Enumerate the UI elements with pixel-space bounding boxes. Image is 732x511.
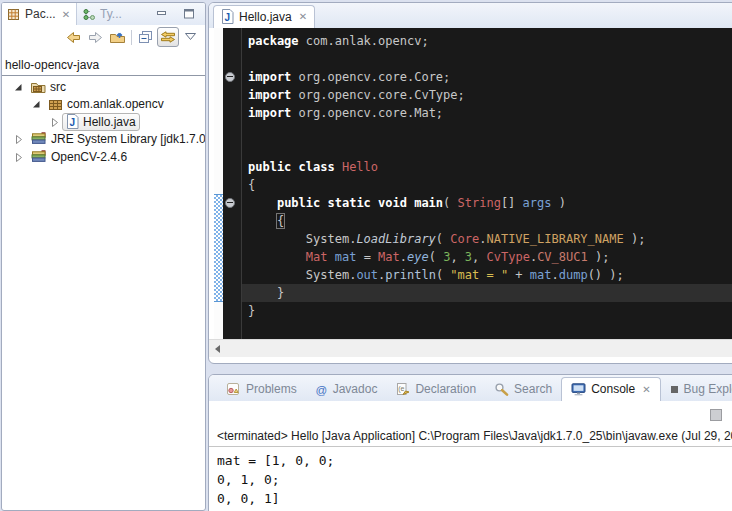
tree-item-label: com.anlak.opencv xyxy=(67,97,164,111)
code-token: Mat xyxy=(306,250,328,264)
console-output[interactable]: mat = [1, 0, 0; 0, 1, 0; 0, 0, 1] xyxy=(209,447,732,511)
code-line: System.LoadLibrary( Core.NATIVE_LIBRARY_… xyxy=(248,230,732,248)
collapsed-arrow-icon[interactable] xyxy=(12,151,25,163)
forward-button[interactable] xyxy=(84,27,106,47)
code-token: { xyxy=(277,214,284,228)
code-line: package com.anlak.opencv; xyxy=(248,32,732,50)
code-token: Mat xyxy=(378,250,400,264)
tab-label: Javadoc xyxy=(333,382,378,396)
minimize-button[interactable] xyxy=(151,4,173,24)
go-into-button[interactable] xyxy=(106,27,128,47)
tab-hello-java[interactable]: J Hello.java ✕ xyxy=(213,5,315,28)
source-folder-icon xyxy=(30,80,46,94)
collapsed-arrow-icon[interactable] xyxy=(48,116,61,128)
terminate-button[interactable] xyxy=(710,409,722,421)
code-token: org.opencv.core.CvType; xyxy=(291,88,464,102)
code-token: ); xyxy=(588,250,610,264)
tree-item-hello-java[interactable]: JHello.java xyxy=(2,113,205,131)
close-icon[interactable]: ✕ xyxy=(299,11,307,22)
code-token: com.anlak.opencv; xyxy=(299,34,429,48)
code-token: [] xyxy=(501,196,523,210)
fold-collapse-icon[interactable] xyxy=(225,72,235,82)
tab-type-hierarchy[interactable]: Ty... xyxy=(77,3,128,25)
tree-item-label: Hello.java xyxy=(83,115,136,129)
svg-text:(e: (e xyxy=(399,385,405,393)
horizontal-scrollbar[interactable] xyxy=(209,339,732,357)
console-status-line: <terminated> Hello [Java Application] C:… xyxy=(209,429,732,447)
tree-item-jre-system-library-jdk1-7-0[interactable]: JRE System Library [jdk1.7.0 xyxy=(2,131,205,149)
method-range-indicator xyxy=(214,194,223,302)
expanded-arrow-icon[interactable] xyxy=(30,98,43,110)
annotation-ruler[interactable] xyxy=(214,28,223,339)
link-with-editor-button[interactable] xyxy=(157,27,179,47)
svg-text:J: J xyxy=(225,12,231,23)
code-token: } xyxy=(248,304,255,318)
close-icon[interactable]: ✕ xyxy=(62,9,70,20)
console-tab-bar: Problems@Javadoc(eDeclarationSearchConso… xyxy=(209,375,732,401)
eclipse-workbench: Pac... ✕ Ty... hello-opencv-java srcco xyxy=(0,0,732,511)
maximize-button[interactable] xyxy=(178,4,200,24)
code-token: ); xyxy=(624,232,646,246)
tree-item-label: OpenCV-2.4.6 xyxy=(51,150,127,164)
scroll-left-button[interactable] xyxy=(209,340,225,357)
code-token xyxy=(248,250,306,264)
tab-declaration[interactable]: (eDeclaration xyxy=(386,378,485,401)
fold-collapse-icon[interactable] xyxy=(225,198,235,208)
tab-javadoc[interactable]: @Javadoc xyxy=(306,378,387,401)
code-token: println xyxy=(385,268,436,282)
code-token: ( xyxy=(443,196,457,210)
code-token: = xyxy=(356,250,378,264)
tab-bug-explorer[interactable]: Bug Explorer xyxy=(661,378,732,401)
code-token: package xyxy=(248,34,299,48)
collapse-all-button[interactable] xyxy=(135,27,157,47)
tab-label: Ty... xyxy=(100,7,122,21)
library-icon xyxy=(30,150,47,164)
code-token: NATIVE_LIBRARY_NAME xyxy=(486,232,623,246)
console-output-line: 0, 0, 1] xyxy=(217,489,728,508)
tab-package-explorer[interactable]: Pac... ✕ xyxy=(2,3,77,25)
tab-console[interactable]: Console✕ xyxy=(561,377,660,401)
back-button[interactable] xyxy=(62,27,84,47)
editor-tab-bar: J Hello.java ✕ xyxy=(209,3,732,28)
code-token: eye xyxy=(407,250,429,264)
code-line: import org.opencv.core.CvType; xyxy=(248,86,732,104)
code-token: Hello xyxy=(342,160,378,174)
code-token: mat xyxy=(335,250,357,264)
tree-entry: OpenCV-2.4.6 xyxy=(26,148,131,166)
code-token: () ); xyxy=(588,268,624,282)
console-icon xyxy=(571,383,586,396)
view-window-buttons xyxy=(151,3,205,25)
code-token: String xyxy=(458,196,501,210)
tab-search[interactable]: Search xyxy=(485,378,561,401)
fold-ruler[interactable] xyxy=(223,28,242,339)
code-token: import xyxy=(248,106,291,120)
code-token: org.opencv.core.Mat; xyxy=(291,106,443,120)
package-explorer-view: Pac... ✕ Ty... hello-opencv-java srcco xyxy=(1,2,206,511)
project-root[interactable]: hello-opencv-java xyxy=(2,57,205,76)
code-token: public class xyxy=(248,160,342,174)
collapsed-arrow-icon[interactable] xyxy=(12,133,25,145)
code-token: LoadLibrary xyxy=(356,232,435,246)
package-explorer-toolbar xyxy=(2,25,205,49)
code-area[interactable]: package com.anlak.opencv;import org.open… xyxy=(242,28,732,339)
bug-icon xyxy=(670,385,679,394)
code-line: public static void main( String[] args ) xyxy=(248,194,732,212)
tree-item-com-anlak-opencv[interactable]: com.anlak.opencv xyxy=(2,96,205,114)
tree-entry: JHello.java xyxy=(62,113,140,131)
tab-label: Pac... xyxy=(25,7,56,21)
tree-item-opencv-2-4-6[interactable]: OpenCV-2.4.6 xyxy=(2,148,205,166)
expanded-arrow-icon[interactable] xyxy=(12,81,25,93)
code-token: CvType xyxy=(487,250,530,264)
tab-label: Search xyxy=(514,382,552,396)
view-menu-button[interactable] xyxy=(179,27,201,47)
code-token: . xyxy=(552,268,559,282)
tree-item-src[interactable]: src xyxy=(2,78,205,96)
tree-item-label: JRE System Library [jdk1.7.0 xyxy=(51,132,206,146)
close-icon[interactable]: ✕ xyxy=(642,384,650,395)
declaration-icon: (e xyxy=(395,382,410,396)
code-line: { xyxy=(248,212,732,230)
code-token: public static void main xyxy=(277,196,443,210)
code-token: import xyxy=(248,70,291,84)
tab-problems[interactable]: Problems xyxy=(217,378,306,401)
svg-text:@: @ xyxy=(315,383,327,395)
